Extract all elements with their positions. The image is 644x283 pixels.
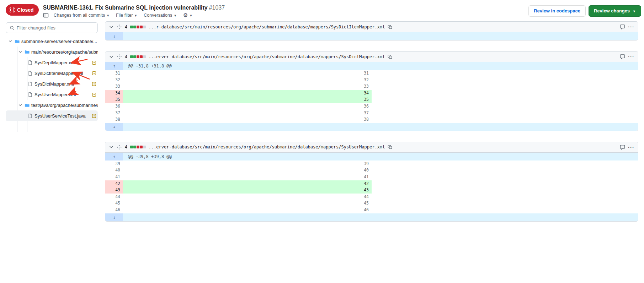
left-line-number[interactable]: 31 (105, 70, 123, 77)
left-line-number[interactable]: 44 (105, 194, 123, 200)
right-line-number[interactable]: 35 (123, 96, 372, 103)
left-line-number[interactable]: 38 (105, 116, 123, 123)
left-line-number[interactable]: 32 (105, 77, 123, 83)
chevron-down-icon: ▼ (106, 14, 110, 17)
file-icon (28, 60, 33, 65)
left-line-number[interactable]: 39 (105, 160, 123, 167)
chevron-down-icon[interactable] (8, 39, 13, 43)
tree-file-sysdictmapper-xml[interactable]: SysDictMapper.xml (6, 78, 98, 89)
right-line-number[interactable]: 43 (123, 187, 372, 194)
tree-item-label: submarine-server/server-database/... (21, 39, 98, 44)
changes-from-dropdown[interactable]: Changes from all commits▼ (54, 13, 110, 18)
right-line-number[interactable]: 41 (123, 174, 372, 180)
left-line-number[interactable]: 37 (105, 110, 123, 116)
right-line-number[interactable]: 37 (123, 110, 372, 116)
tree-folder-main-resources-org-apache-subm-[interactable]: main/resources/org/apache/subm... (6, 47, 98, 57)
copy-path-icon[interactable] (388, 145, 393, 149)
chevron-down-icon (8, 39, 12, 43)
collapse-file-chevron-icon[interactable] (109, 145, 114, 149)
file-diff-card: 4...r-database/src/main/resources/org/ap… (105, 21, 638, 40)
file-options-kebab[interactable]: ··· (628, 54, 634, 60)
expand-down-button[interactable]: ↓ (105, 123, 123, 131)
file-options-kebab[interactable]: ··· (628, 144, 634, 150)
tree-folder-test-java-org-apache-submarine-s-[interactable]: test/java/org/apache/submarine/s... (6, 100, 98, 110)
right-line-number[interactable]: 36 (123, 103, 372, 110)
right-line-number[interactable]: 34 (123, 90, 372, 97)
right-line-number[interactable]: 33 (123, 83, 372, 90)
left-line-number[interactable]: 36 (105, 103, 123, 110)
toggle-comments-icon[interactable] (620, 145, 625, 150)
right-line-number[interactable]: 38 (123, 116, 372, 123)
file-options-kebab[interactable]: ··· (628, 24, 634, 30)
left-line-number[interactable]: 34 (105, 90, 123, 97)
diff-list: 4...r-database/src/main/resources/org/ap… (102, 20, 644, 283)
chevron-down-icon (18, 50, 22, 54)
viewed-status-icon (92, 60, 96, 65)
tree-item-label: SysDictMapper.xml (34, 81, 90, 87)
left-line-number[interactable]: 41 (105, 174, 123, 180)
page-title: SUBMARINE-1361. Fix Submarine SQL inject… (43, 4, 523, 11)
diffstat-square (140, 146, 143, 148)
expand-hunk-up-button[interactable]: ↑ (105, 153, 123, 160)
tree-file-sysdeptmapper-xml[interactable]: SysDeptMapper.xml (6, 57, 98, 68)
diff-settings-dropdown[interactable]: ⚙▼ (183, 12, 192, 18)
expand-down-button[interactable]: ↓ (105, 213, 123, 221)
tree-item-label: test/java/org/apache/submarine/s... (31, 103, 98, 108)
expand-down-button[interactable]: ↓ (105, 32, 123, 40)
chevron-down-icon[interactable] (18, 103, 23, 107)
tree-file-sysdictitemmapper-xml[interactable]: SysDictItemMapper.xml (6, 68, 98, 78)
copy-icon (388, 54, 393, 59)
collapse-file-chevron-icon[interactable] (109, 25, 114, 29)
left-line-number[interactable]: 40 (105, 167, 123, 174)
chevron-down-icon: ▼ (134, 14, 137, 17)
viewed-status-icon[interactable] (92, 114, 96, 118)
expand-hunk-up-button[interactable]: ↑ (105, 62, 123, 70)
left-line-number[interactable]: 45 (105, 200, 123, 207)
right-line-number[interactable]: 31 (123, 70, 372, 77)
right-line-number[interactable]: 39 (123, 160, 372, 167)
chevron-down-icon (109, 54, 114, 59)
status-badge-label: Closed (17, 7, 34, 13)
review-in-codespace-button[interactable]: Review in codespace (528, 5, 586, 17)
left-line-number[interactable]: 43 (105, 187, 123, 194)
right-line-number[interactable]: 45 (123, 200, 372, 207)
diffstat (130, 55, 146, 58)
toggle-comments-icon[interactable] (620, 54, 625, 59)
viewed-status-icon[interactable] (92, 60, 96, 65)
left-line-number[interactable]: 46 (105, 207, 123, 213)
copy-path-icon[interactable] (388, 54, 393, 59)
tree-file-sysuserservicetest-java[interactable]: SysUserServiceTest.java (6, 110, 98, 121)
chevron-down-icon[interactable] (18, 50, 23, 54)
diffstat-square (130, 26, 133, 28)
drag-handle-icon[interactable] (117, 54, 122, 59)
collapse-file-chevron-icon[interactable] (109, 54, 114, 59)
expand-row (123, 32, 638, 40)
viewed-status-icon[interactable] (92, 82, 96, 86)
left-line-number[interactable]: 33 (105, 83, 123, 90)
file-tree-toggle-icon[interactable] (43, 12, 49, 18)
conversations-dropdown[interactable]: Conversations▼ (144, 13, 177, 18)
right-line-number[interactable]: 32 (123, 77, 372, 83)
right-line-number[interactable]: 42 (123, 180, 372, 187)
drag-handle-icon[interactable] (117, 24, 122, 29)
toggle-comments-icon[interactable] (620, 24, 625, 29)
tree-folder-submarine-server-server-database-[interactable]: submarine-server/server-database/... (6, 36, 98, 47)
changes-count: 4 (125, 145, 127, 149)
file-icon (28, 81, 33, 87)
drag-handle-icon[interactable] (117, 145, 122, 150)
right-line-number[interactable]: 46 (123, 207, 372, 213)
diffstat (130, 146, 146, 148)
viewed-status-icon[interactable] (92, 92, 96, 97)
file-path: ...erver-database/src/main/resources/org… (149, 54, 385, 59)
filter-changed-files-input[interactable] (17, 25, 94, 31)
review-changes-button[interactable]: Review changes▼ (589, 5, 641, 17)
right-line-number[interactable]: 40 (123, 167, 372, 174)
file-icon (28, 113, 33, 119)
copy-path-icon[interactable] (388, 25, 393, 29)
tree-file-sysusermapper-xml[interactable]: SysUserMapper.xml (6, 89, 98, 100)
left-line-number[interactable]: 35 (105, 96, 123, 103)
left-line-number[interactable]: 42 (105, 180, 123, 187)
file-filter-dropdown[interactable]: File filter▼ (116, 13, 137, 18)
right-line-number[interactable]: 44 (123, 194, 372, 200)
viewed-status-icon[interactable] (92, 71, 96, 76)
